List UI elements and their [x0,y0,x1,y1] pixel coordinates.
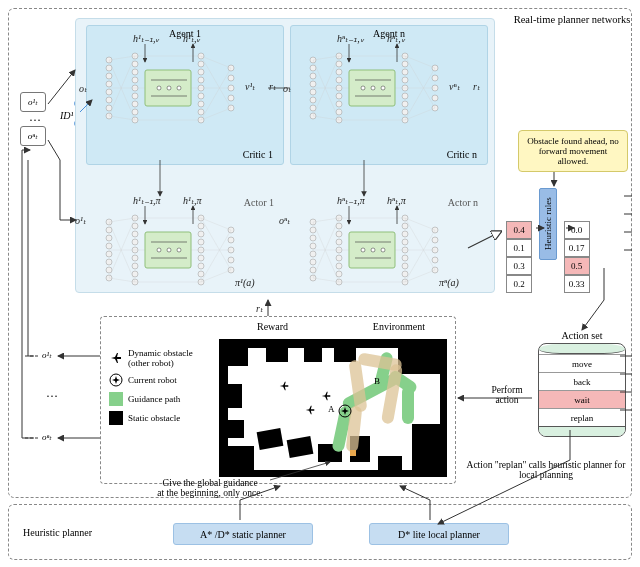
legend-static-text: Static obstacle [128,413,180,423]
rt-label: rₜ [269,81,277,92]
heur-right-2: 0.5 [564,257,590,275]
heuristic-zone: 0.4 0.1 0.3 0.2 Heuristic rules 0.0 0.17… [506,188,628,278]
heur-right-col: 0.0 0.17 0.5 0.33 [564,221,590,293]
reward-env-box: Reward Environment Dynamic obstacle (oth… [100,316,456,484]
obs-stack: o¹ₜ … oⁿₜ [20,92,50,146]
svg-text:hⁿₜ₋₁,π: hⁿₜ₋₁,π [337,195,366,206]
obs-dots: … [20,112,50,126]
dynamic-obstacle-icon [304,404,316,416]
action-set: Action set move back wait replan [538,330,626,437]
heur-left-2: 0.3 [506,257,532,275]
svg-text:πⁿ(a): πⁿ(a) [439,277,459,289]
networks-title: Real-time planner networks [512,14,632,25]
local-planner-box: D* lite local planner [369,523,509,545]
legend-current: Current robot [109,373,215,387]
current-robot-icon [109,373,123,387]
svg-text:π¹(a): π¹(a) [235,277,255,289]
svg-text:oⁿₜ: oⁿₜ [279,215,291,226]
obstacle-note: Obstacle found ahead, no forward movemen… [518,130,628,172]
legend-guidance: Guidance path [109,392,215,406]
v-label: v¹ₜ [245,81,256,92]
svg-text:oₜ: oₜ [283,83,292,94]
id1-label: ID¹ [60,110,74,121]
svg-text:hⁿₜ,π: hⁿₜ,π [387,195,407,206]
obs-o1: o¹ₜ [20,92,46,112]
static-planner-box: A* /D* static planner [173,523,313,545]
heuristic-rules-box: Heuristic rules [539,188,557,260]
action-wait: wait [539,390,625,408]
static-swatch [109,411,123,425]
svg-text:o¹ₜ: o¹ₜ [75,215,87,226]
env-map: A B [219,339,447,477]
agents-networks-svg: h¹ₜ₋₁,ᵥ h¹ₜ,ᵥ v¹ₜ oₜ rₜ hⁿₜ₋₁,ᵥ hⁿₜ,ᵥ vⁿ… [75,18,495,298]
svg-text:h¹ₜ,π: h¹ₜ,π [183,195,202,206]
on-out: oⁿₜ [42,432,52,442]
heur-right-3: 0.33 [564,275,590,293]
h-prev-label: h¹ₜ₋₁,ᵥ [133,33,160,44]
svg-text:vⁿₜ: vⁿₜ [449,81,461,92]
action-cylinder: move back wait replan [538,343,626,437]
obs-on: oⁿₜ [20,126,46,146]
legend-dynamic: Dynamic obstacle (other robot) [109,348,215,368]
reward-label: Reward [257,321,288,332]
heur-right-1: 0.17 [564,239,590,257]
sidebar-right: Real-time planner networks [512,14,632,31]
legend-static: Static obstacle [109,411,215,425]
svg-text:hⁿₜ₋₁,ᵥ: hⁿₜ₋₁,ᵥ [337,33,365,44]
heur-left-0: 0.4 [506,221,532,239]
perform-action-label: Performaction [482,385,532,405]
legend: Dynamic obstacle (other robot) Current r… [109,343,215,430]
heuristic-planner-frame: Heuristic planner A* /D* static planner … [8,504,632,560]
action-back: back [539,372,625,390]
heuristic-planner-label: Heuristic planner [23,527,92,538]
dynamic-obstacle-icon [320,390,332,402]
guidance-swatch [109,392,123,406]
env-label: Environment [373,321,425,332]
airplane-icon [109,351,123,365]
svg-text:hⁿₜ,ᵥ: hⁿₜ,ᵥ [387,33,406,44]
point-a-label: A [328,404,335,414]
action-set-title: Action set [538,330,626,341]
action-replan: replan [539,408,625,426]
replan-note: Action "replan" calls heuristic planner … [466,460,626,480]
legend-guidance-text: Guidance path [128,394,180,404]
dynamic-obstacle-icon [278,380,290,392]
svg-text:rₜ: rₜ [473,81,481,92]
heur-left-1: 0.1 [506,239,532,257]
o-label: oₜ [79,83,88,94]
current-robot-icon [338,404,352,418]
oout-dots: … [46,388,58,402]
path-marker [350,450,356,456]
action-move: move [539,354,625,372]
o1-out: o¹ₜ [42,350,52,360]
point-b-label: B [374,376,380,386]
global-guidance-note: Give the global guidanceat the beginning… [130,478,290,498]
h-cur-label: h¹ₜ,ᵥ [183,33,201,44]
svg-text:h¹ₜ₋₁,π: h¹ₜ₋₁,π [133,195,161,206]
env-inner: A B [228,348,440,470]
heur-right-0: 0.0 [564,221,590,239]
legend-dynamic-text: Dynamic obstacle (other robot) [128,348,215,368]
heur-left-col: 0.4 0.1 0.3 0.2 [506,221,532,293]
legend-current-text: Current robot [128,375,177,385]
heur-left-3: 0.2 [506,275,532,293]
